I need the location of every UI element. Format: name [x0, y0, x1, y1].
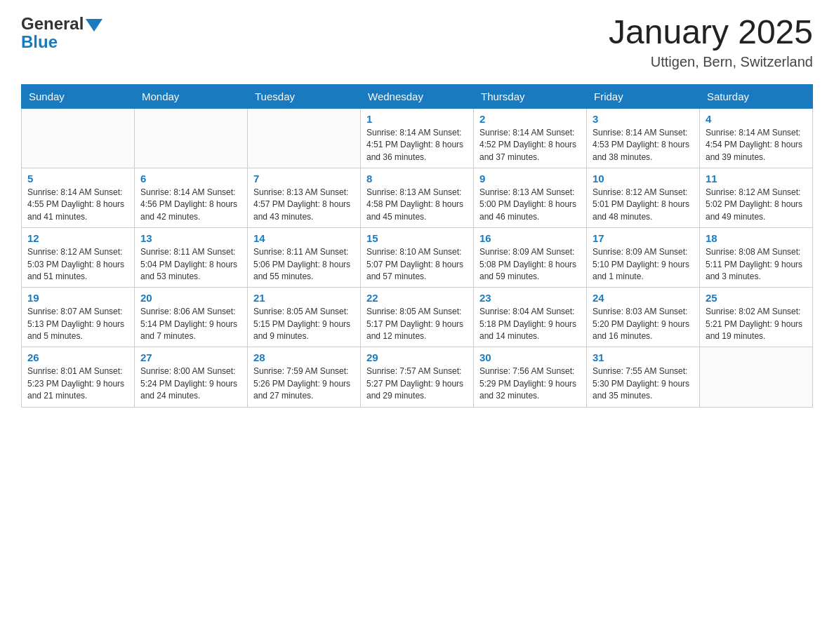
calendar-cell: 1Sunrise: 8:14 AM Sunset: 4:51 PM Daylig… [361, 108, 474, 168]
calendar-cell [248, 108, 361, 168]
day-info: Sunrise: 8:13 AM Sunset: 4:57 PM Dayligh… [253, 187, 355, 223]
day-number: 19 [27, 292, 128, 304]
calendar-cell: 8Sunrise: 8:13 AM Sunset: 4:58 PM Daylig… [361, 168, 474, 227]
day-number: 13 [140, 232, 241, 244]
calendar-cell: 20Sunrise: 8:06 AM Sunset: 5:14 PM Dayli… [135, 288, 248, 347]
day-info: Sunrise: 8:13 AM Sunset: 4:58 PM Dayligh… [366, 187, 468, 223]
calendar-cell: 6Sunrise: 8:14 AM Sunset: 4:56 PM Daylig… [135, 168, 248, 227]
day-info: Sunrise: 8:12 AM Sunset: 5:02 PM Dayligh… [706, 187, 807, 223]
day-info: Sunrise: 8:11 AM Sunset: 5:06 PM Dayligh… [253, 246, 355, 283]
day-number: 20 [140, 292, 241, 304]
calendar-cell: 4Sunrise: 8:14 AM Sunset: 4:54 PM Daylig… [700, 108, 813, 168]
location-text: Uttigen, Bern, Switzerland [609, 54, 813, 70]
calendar-cell: 27Sunrise: 8:00 AM Sunset: 5:24 PM Dayli… [135, 347, 248, 407]
column-header-sunday: Sunday [22, 84, 135, 108]
day-number: 25 [706, 292, 807, 304]
calendar-cell [135, 108, 248, 168]
day-number: 15 [366, 232, 468, 244]
day-number: 29 [366, 351, 468, 363]
day-number: 28 [253, 351, 355, 363]
day-number: 9 [479, 173, 581, 185]
calendar-week-row: 1Sunrise: 8:14 AM Sunset: 4:51 PM Daylig… [22, 108, 813, 168]
calendar-cell: 11Sunrise: 8:12 AM Sunset: 5:02 PM Dayli… [700, 168, 813, 227]
day-number: 4 [706, 113, 807, 125]
calendar-cell: 30Sunrise: 7:56 AM Sunset: 5:29 PM Dayli… [474, 347, 587, 407]
calendar-cell: 5Sunrise: 8:14 AM Sunset: 4:55 PM Daylig… [22, 168, 135, 227]
day-info: Sunrise: 7:59 AM Sunset: 5:26 PM Dayligh… [253, 365, 355, 402]
page-header: General Blue January 2025 Uttigen, Bern,… [21, 14, 813, 70]
day-number: 22 [366, 292, 468, 304]
column-header-tuesday: Tuesday [248, 84, 361, 108]
calendar-cell: 28Sunrise: 7:59 AM Sunset: 5:26 PM Dayli… [248, 347, 361, 407]
calendar-cell: 25Sunrise: 8:02 AM Sunset: 5:21 PM Dayli… [700, 288, 813, 347]
logo: General Blue [21, 14, 102, 52]
calendar-week-row: 12Sunrise: 8:12 AM Sunset: 5:03 PM Dayli… [22, 228, 813, 288]
day-info: Sunrise: 8:13 AM Sunset: 5:00 PM Dayligh… [479, 187, 581, 223]
calendar-cell: 2Sunrise: 8:14 AM Sunset: 4:52 PM Daylig… [474, 108, 587, 168]
calendar-header-row: SundayMondayTuesdayWednesdayThursdayFrid… [22, 84, 813, 108]
column-header-friday: Friday [587, 84, 700, 108]
logo-blue-text: Blue [21, 32, 58, 52]
calendar-cell: 17Sunrise: 8:09 AM Sunset: 5:10 PM Dayli… [587, 228, 700, 288]
calendar-cell: 9Sunrise: 8:13 AM Sunset: 5:00 PM Daylig… [474, 168, 587, 227]
day-number: 31 [593, 351, 694, 363]
day-number: 2 [479, 113, 581, 125]
calendar-cell [22, 108, 135, 168]
day-info: Sunrise: 7:56 AM Sunset: 5:29 PM Dayligh… [479, 365, 581, 402]
day-info: Sunrise: 8:14 AM Sunset: 4:54 PM Dayligh… [706, 127, 807, 163]
calendar-week-row: 19Sunrise: 8:07 AM Sunset: 5:13 PM Dayli… [22, 288, 813, 347]
day-info: Sunrise: 8:05 AM Sunset: 5:15 PM Dayligh… [253, 306, 355, 342]
day-number: 6 [140, 173, 241, 185]
day-info: Sunrise: 8:09 AM Sunset: 5:10 PM Dayligh… [593, 246, 694, 283]
day-info: Sunrise: 8:07 AM Sunset: 5:13 PM Dayligh… [27, 306, 128, 342]
calendar-cell: 14Sunrise: 8:11 AM Sunset: 5:06 PM Dayli… [248, 228, 361, 288]
calendar-week-row: 5Sunrise: 8:14 AM Sunset: 4:55 PM Daylig… [22, 168, 813, 227]
calendar-cell: 3Sunrise: 8:14 AM Sunset: 4:53 PM Daylig… [587, 108, 700, 168]
calendar-cell: 26Sunrise: 8:01 AM Sunset: 5:23 PM Dayli… [22, 347, 135, 407]
calendar-cell: 19Sunrise: 8:07 AM Sunset: 5:13 PM Dayli… [22, 288, 135, 347]
calendar-cell: 16Sunrise: 8:09 AM Sunset: 5:08 PM Dayli… [474, 228, 587, 288]
day-number: 23 [479, 292, 581, 304]
logo-general-text: General [21, 14, 84, 34]
title-block: January 2025 Uttigen, Bern, Switzerland [609, 14, 813, 70]
day-info: Sunrise: 8:08 AM Sunset: 5:11 PM Dayligh… [706, 246, 807, 283]
day-number: 12 [27, 232, 128, 244]
day-number: 24 [593, 292, 694, 304]
calendar-cell: 18Sunrise: 8:08 AM Sunset: 5:11 PM Dayli… [700, 228, 813, 288]
calendar-cell: 31Sunrise: 7:55 AM Sunset: 5:30 PM Dayli… [587, 347, 700, 407]
day-number: 10 [593, 173, 694, 185]
day-number: 27 [140, 351, 241, 363]
calendar-cell: 23Sunrise: 8:04 AM Sunset: 5:18 PM Dayli… [474, 288, 587, 347]
logo-triangle-icon [86, 19, 102, 32]
day-info: Sunrise: 8:02 AM Sunset: 5:21 PM Dayligh… [706, 306, 807, 342]
calendar-cell [700, 347, 813, 407]
day-number: 5 [27, 173, 128, 185]
day-info: Sunrise: 8:12 AM Sunset: 5:03 PM Dayligh… [27, 246, 128, 283]
day-info: Sunrise: 8:14 AM Sunset: 4:52 PM Dayligh… [479, 127, 581, 163]
calendar-week-row: 26Sunrise: 8:01 AM Sunset: 5:23 PM Dayli… [22, 347, 813, 407]
day-info: Sunrise: 8:10 AM Sunset: 5:07 PM Dayligh… [366, 246, 468, 283]
day-number: 8 [366, 173, 468, 185]
day-number: 16 [479, 232, 581, 244]
day-info: Sunrise: 8:04 AM Sunset: 5:18 PM Dayligh… [479, 306, 581, 342]
calendar-cell: 22Sunrise: 8:05 AM Sunset: 5:17 PM Dayli… [361, 288, 474, 347]
day-number: 14 [253, 232, 355, 244]
day-info: Sunrise: 8:14 AM Sunset: 4:53 PM Dayligh… [593, 127, 694, 163]
day-number: 11 [706, 173, 807, 185]
day-number: 30 [479, 351, 581, 363]
calendar-cell: 29Sunrise: 7:57 AM Sunset: 5:27 PM Dayli… [361, 347, 474, 407]
day-number: 18 [706, 232, 807, 244]
day-info: Sunrise: 8:06 AM Sunset: 5:14 PM Dayligh… [140, 306, 241, 342]
day-number: 21 [253, 292, 355, 304]
column-header-monday: Monday [135, 84, 248, 108]
calendar-cell: 10Sunrise: 8:12 AM Sunset: 5:01 PM Dayli… [587, 168, 700, 227]
day-info: Sunrise: 8:11 AM Sunset: 5:04 PM Dayligh… [140, 246, 241, 283]
day-info: Sunrise: 8:09 AM Sunset: 5:08 PM Dayligh… [479, 246, 581, 283]
day-number: 1 [366, 113, 468, 125]
day-info: Sunrise: 8:05 AM Sunset: 5:17 PM Dayligh… [366, 306, 468, 342]
day-number: 26 [27, 351, 128, 363]
calendar-cell: 12Sunrise: 8:12 AM Sunset: 5:03 PM Dayli… [22, 228, 135, 288]
day-info: Sunrise: 8:14 AM Sunset: 4:56 PM Dayligh… [140, 187, 241, 223]
calendar-cell: 7Sunrise: 8:13 AM Sunset: 4:57 PM Daylig… [248, 168, 361, 227]
day-info: Sunrise: 8:14 AM Sunset: 4:51 PM Dayligh… [366, 127, 468, 163]
